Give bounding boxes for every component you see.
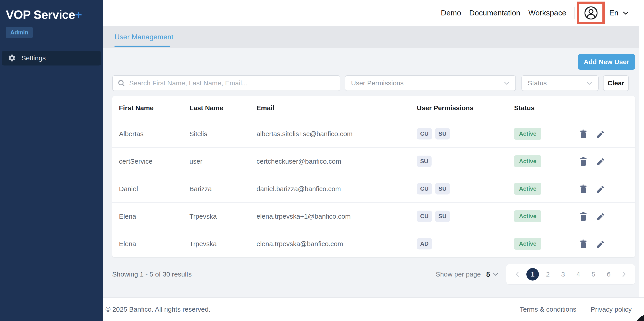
status-select[interactable]: Status (522, 75, 598, 91)
clear-filters-button[interactable]: Clear (603, 75, 629, 91)
tab-user-management[interactable]: User Management (114, 26, 173, 48)
column-header: Last Name (190, 104, 256, 112)
column-header: Email (256, 104, 417, 112)
status-cell: Active (514, 183, 573, 195)
permission-badge: SU (435, 210, 450, 222)
row-actions (573, 184, 635, 193)
permission-badge: CU (417, 128, 432, 140)
per-page-value[interactable]: 5 (486, 270, 490, 278)
app-logo: VOP Service+ (0, 0, 103, 22)
scrollbar-track[interactable] (639, 26, 644, 297)
first-name-cell: Elena (119, 240, 190, 248)
chevron-right-icon (622, 271, 626, 278)
email-cell: albertas.sitelis+sc@banfico.com (256, 130, 417, 138)
delete-icon[interactable] (579, 157, 588, 166)
edit-icon[interactable] (596, 157, 605, 166)
user-profile-icon (584, 6, 598, 20)
top-nav: Demo Documentation Workspace (441, 8, 566, 17)
permission-badge: AD (417, 238, 432, 250)
edit-icon[interactable] (596, 184, 605, 193)
users-table: First NameLast NameEmailUser Permissions… (112, 96, 635, 257)
gear-icon (8, 54, 16, 62)
delete-icon[interactable] (579, 240, 588, 248)
terms-link[interactable]: Terms & conditions (520, 306, 576, 313)
email-cell: certcheckuser@banfico.com (256, 158, 417, 165)
table-row: certServiceusercertcheckuser@banfico.com… (112, 147, 635, 175)
nav-link-documentation[interactable]: Documentation (469, 8, 520, 17)
edit-icon[interactable] (596, 130, 605, 138)
top-header: Demo Documentation Workspace En (103, 0, 644, 26)
permissions-cell: CUSU (417, 210, 514, 222)
first-name-cell: Elena (119, 212, 190, 220)
column-header: Status (514, 104, 573, 112)
edit-icon[interactable] (596, 240, 605, 248)
delete-icon[interactable] (579, 184, 588, 193)
table-row: ElenaTrpevskaelena.trpevska+1@banfico.co… (112, 202, 635, 230)
search-box[interactable] (112, 75, 340, 91)
permissions-cell: CUSU (417, 183, 514, 194)
user-avatar-button[interactable] (577, 2, 605, 24)
status-badge: Active (514, 128, 541, 140)
permissions-cell: AD (417, 238, 514, 250)
sidebar-menu: Settings (0, 51, 103, 66)
delete-icon[interactable] (579, 130, 588, 138)
active-tab-underline (114, 46, 170, 47)
column-header: User Permissions (417, 104, 514, 112)
prev-page-button[interactable] (511, 268, 524, 280)
nav-link-workspace[interactable]: Workspace (528, 8, 566, 17)
page-button-6[interactable]: 6 (602, 268, 615, 280)
status-badge: Active (514, 155, 541, 167)
filter-row: User Permissions Status Clear (112, 75, 635, 91)
table-header-row: First NameLast NameEmailUser Permissions… (112, 96, 635, 120)
sidebar-item-label: Settings (22, 54, 46, 62)
add-new-user-button[interactable]: Add New User (578, 54, 635, 70)
next-page-button[interactable] (618, 268, 630, 280)
permission-badge: SU (417, 156, 432, 167)
user-permissions-select[interactable]: User Permissions (345, 75, 516, 91)
user-permissions-select-label: User Permissions (351, 79, 404, 87)
delete-icon[interactable] (579, 212, 588, 221)
table-row: ElenaTrpevskaelena.trpevska@banfico.comA… (112, 230, 635, 257)
chevron-down-icon (504, 81, 510, 85)
sidebar-item-settings[interactable]: Settings (2, 51, 101, 66)
permission-badge: CU (417, 183, 432, 194)
status-select-label: Status (528, 79, 547, 87)
status-cell: Active (514, 128, 573, 140)
status-badge: Active (514, 238, 541, 250)
chevron-down-icon[interactable] (622, 11, 629, 15)
chevron-down-icon[interactable] (493, 272, 499, 276)
logo-text: VOP Service (6, 8, 75, 21)
table-row: DanielBarizzadaniel.barizza@banfico.comC… (112, 175, 635, 202)
last-name-cell: user (190, 158, 256, 165)
last-name-cell: Sitelis (190, 130, 256, 138)
edit-icon[interactable] (596, 212, 605, 221)
page-button-5[interactable]: 5 (587, 268, 600, 280)
status-badge: Active (514, 210, 541, 222)
page-button-1[interactable]: 1 (526, 268, 539, 280)
show-per-page-label: Show per page (436, 270, 481, 278)
permissions-cell: CUSU (417, 128, 514, 140)
status-cell: Active (514, 155, 573, 167)
pagination-row: Showing 1 - 5 of 30 results Show per pag… (112, 264, 635, 284)
pagination-pages: 123456 (506, 264, 635, 284)
table-row: AlbertasSitelisalbertas.sitelis+sc@banfi… (112, 120, 635, 147)
copyright-text: © 2025 Banfico. All rights reserved. (106, 306, 210, 313)
logo-plus-icon: + (75, 8, 82, 21)
row-actions (573, 212, 635, 221)
status-badge: Active (514, 183, 541, 195)
search-input[interactable] (129, 79, 335, 87)
tab-bar: User Management (103, 26, 644, 48)
page-button-4[interactable]: 4 (572, 268, 584, 280)
nav-link-demo[interactable]: Demo (441, 8, 461, 17)
row-actions (573, 157, 635, 166)
page-button-2[interactable]: 2 (542, 268, 554, 280)
privacy-link[interactable]: Privacy policy (591, 306, 632, 313)
row-actions (573, 240, 635, 248)
column-header: First Name (119, 104, 190, 112)
page-button-3[interactable]: 3 (557, 268, 569, 280)
last-name-cell: Trpevska (190, 240, 256, 248)
chevron-down-icon (586, 81, 592, 85)
sidebar: VOP Service+ Admin Settings (0, 0, 103, 321)
status-cell: Active (514, 238, 573, 250)
language-selector[interactable]: En (609, 8, 618, 17)
